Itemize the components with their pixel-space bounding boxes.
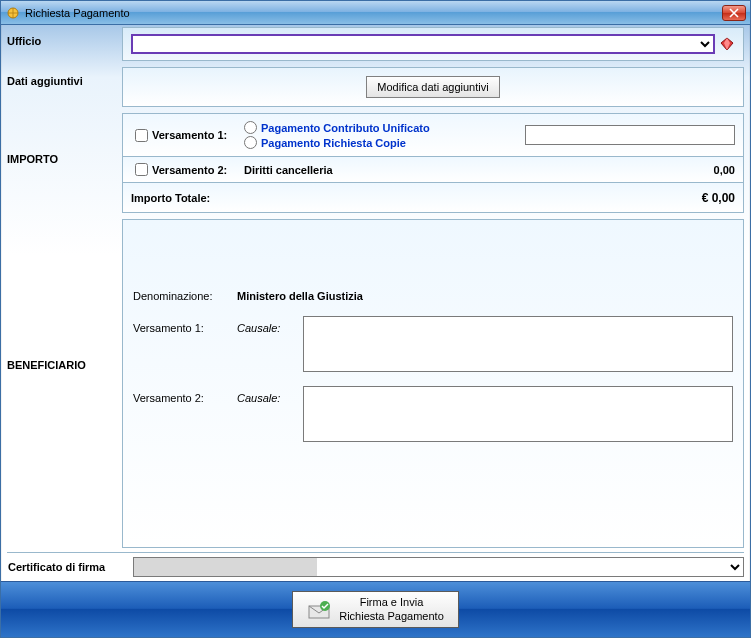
firma-invia-line2: Richiesta Pagamento xyxy=(339,610,444,623)
causale1-label: Causale: xyxy=(237,316,297,334)
window-title: Richiesta Pagamento xyxy=(25,7,722,19)
versamento1-checkbox[interactable] xyxy=(135,129,148,142)
importo-row: IMPORTO Versamento 1: Pagamento Contribu… xyxy=(7,113,744,213)
firma-invia-button[interactable]: Firma e Invia Richiesta Pagamento xyxy=(292,591,459,627)
versamento2-label: Versamento 2: xyxy=(152,164,244,176)
ufficio-row: Ufficio xyxy=(7,27,744,61)
firma-invia-line1: Firma e Invia xyxy=(339,596,444,609)
window: Richiesta Pagamento Ufficio Dati aggiunt… xyxy=(0,0,751,638)
dati-panel: Modifica dati aggiuntivi xyxy=(122,67,744,107)
causale2-textarea[interactable] xyxy=(303,386,733,442)
versamento1-label: Versamento 1: xyxy=(152,129,244,141)
importo-totale-label: Importo Totale: xyxy=(131,192,210,204)
versamento1-amount-input[interactable] xyxy=(525,125,735,145)
modifica-dati-button[interactable]: Modifica dati aggiuntivi xyxy=(366,76,499,98)
beneficiario-label: BENEFICIARIO xyxy=(7,219,122,548)
radio-contributo-unificato[interactable]: Pagamento Contributo Unificato xyxy=(244,121,430,134)
versamento1-line: Versamento 1: Pagamento Contributo Unifi… xyxy=(122,113,744,157)
radio-contributo-unificato-label: Pagamento Contributo Unificato xyxy=(261,122,430,134)
versamento2-desc: Diritti cancelleria xyxy=(244,164,333,176)
ufficio-label: Ufficio xyxy=(7,27,122,61)
content-area: Ufficio Dati aggiuntivi Modifica dati ag… xyxy=(1,25,750,581)
certificato-label: Certificato di firma xyxy=(7,561,133,573)
versamento2-line: Versamento 2: Diritti cancelleria 0,00 xyxy=(122,157,744,183)
gem-icon[interactable] xyxy=(719,36,735,52)
versamento1-radios: Pagamento Contributo Unificato Pagamento… xyxy=(244,121,430,149)
radio-richiesta-copie-label: Pagamento Richiesta Copie xyxy=(261,137,406,149)
causale1-block: Versamento 1: Causale: xyxy=(133,316,733,372)
titlebar: Richiesta Pagamento xyxy=(1,1,750,25)
beneficiario-panel: Denominazione: Ministero della Giustizia… xyxy=(122,219,744,548)
causale2-vlabel: Versamento 2: xyxy=(133,386,231,404)
radio-contributo-unificato-input[interactable] xyxy=(244,121,257,134)
versamento2-amount: 0,00 xyxy=(714,164,735,176)
versamento2-checkbox[interactable] xyxy=(135,163,148,176)
radio-richiesta-copie[interactable]: Pagamento Richiesta Copie xyxy=(244,136,430,149)
causale1-vlabel: Versamento 1: xyxy=(133,316,231,334)
dati-label: Dati aggiuntivi xyxy=(7,67,122,107)
importo-panel: Versamento 1: Pagamento Contributo Unifi… xyxy=(122,113,744,213)
radio-richiesta-copie-input[interactable] xyxy=(244,136,257,149)
causale2-label: Causale: xyxy=(237,386,297,404)
dati-row: Dati aggiuntivi Modifica dati aggiuntivi xyxy=(7,67,744,107)
ufficio-panel xyxy=(122,27,744,61)
causale2-block: Versamento 2: Causale: xyxy=(133,386,733,442)
denominazione-line: Denominazione: Ministero della Giustizia xyxy=(133,290,733,302)
certificato-row: Certificato di firma xyxy=(7,552,744,581)
app-icon xyxy=(5,5,21,21)
certificato-select[interactable] xyxy=(133,557,744,577)
importo-label: IMPORTO xyxy=(7,113,122,213)
close-button[interactable] xyxy=(722,5,746,21)
envelope-send-icon xyxy=(307,598,331,622)
denominazione-label: Denominazione: xyxy=(133,290,231,302)
denominazione-value: Ministero della Giustizia xyxy=(237,290,363,302)
firma-invia-labels: Firma e Invia Richiesta Pagamento xyxy=(339,596,444,622)
importo-totale-line: Importo Totale: € 0,00 xyxy=(122,183,744,213)
beneficiario-row: BENEFICIARIO Denominazione: Ministero de… xyxy=(7,219,744,548)
importo-totale-amount: € 0,00 xyxy=(702,191,735,205)
causale1-textarea[interactable] xyxy=(303,316,733,372)
ufficio-select[interactable] xyxy=(131,34,715,54)
footer-bar: Firma e Invia Richiesta Pagamento xyxy=(1,581,750,637)
